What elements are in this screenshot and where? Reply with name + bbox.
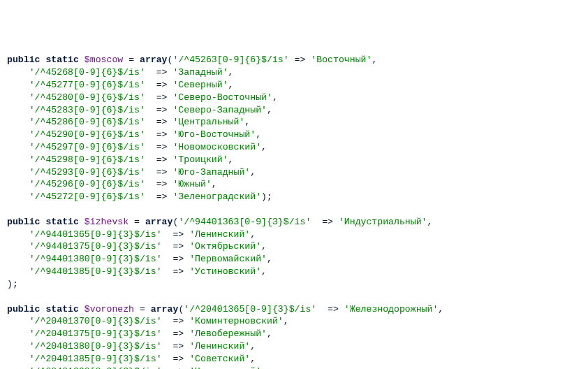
arrow-op: =>	[172, 241, 184, 252]
code-line: '/^20401380[0-9]{3}$/is' => 'Ленинский',	[7, 341, 256, 352]
array-key: '/^20401385[0-9]{3}$/is'	[29, 354, 162, 364]
array-key: '/^20401390[0-9]{3}$/is'	[29, 366, 162, 369]
code-line: '/^20401385[0-9]{3}$/is' => 'Советский',	[7, 354, 256, 364]
keyword-public: public	[7, 55, 40, 65]
equals: =	[134, 304, 151, 314]
array-value: 'Северный'	[172, 80, 228, 90]
arrow-op: =>	[156, 167, 168, 178]
array-key: '/^94401385[0-9]{3}$/is'	[29, 266, 162, 277]
keyword-public: public	[7, 217, 40, 227]
close-paren-semi: );	[261, 191, 272, 202]
array-value: 'Советский'	[189, 354, 250, 364]
array-call: array	[140, 55, 168, 65]
array-key: '/^45296[0-9]{6}$/is'	[29, 179, 145, 189]
array-key: '/^45280[0-9]{6}$/is'	[29, 92, 145, 103]
array-key: '/^45268[0-9]{6}$/is'	[29, 67, 145, 78]
array-key: '/^45283[0-9]{6}$/is'	[29, 105, 145, 115]
keyword-static: static	[45, 55, 78, 65]
comma: ,	[267, 254, 272, 264]
arrow-op: =>	[156, 67, 168, 78]
array-value: 'Юго-Западный'	[172, 167, 250, 178]
code-line: '/^45296[0-9]{6}$/is' => 'Южный',	[7, 179, 217, 189]
arrow-op: =>	[328, 304, 339, 314]
code-line: '/^45293[0-9]{6}$/is' => 'Юго-Западный',	[7, 167, 256, 178]
arrow-op: =>	[172, 254, 184, 264]
arrow-op: =>	[156, 154, 168, 165]
keyword-static: static	[45, 217, 78, 227]
arrow-op: =>	[156, 80, 168, 90]
comma: ,	[228, 154, 234, 165]
array-key: '/^94401380[0-9]{3}$/is'	[29, 254, 162, 264]
array-key: '/^45293[0-9]{6}$/is'	[29, 167, 145, 178]
comma: ,	[267, 105, 272, 115]
code-line: '/^45286[0-9]{6}$/is' => 'Центральный',	[7, 117, 250, 127]
arrow-op: =>	[156, 92, 168, 103]
array-call: array	[145, 217, 173, 227]
array-value: 'Западный'	[172, 67, 228, 78]
code-line: '/^94401385[0-9]{3}$/is' => 'Устиновский…	[7, 266, 267, 277]
array-value: 'Первомайский'	[189, 254, 267, 264]
equals: =	[128, 217, 145, 227]
comma: ,	[261, 142, 267, 152]
array-key: '/^94401363[0-9]{3}$/is'	[178, 217, 311, 227]
comma: ,	[250, 341, 256, 352]
arrow-op: =>	[156, 105, 168, 115]
var-izhevsk: $izhevsk	[84, 217, 128, 227]
array-value: 'Новомосковский'	[172, 142, 261, 152]
array-value: 'Октябрьский'	[189, 241, 261, 252]
comma: ,	[261, 241, 267, 252]
array-value: 'Юго-Восточный'	[172, 129, 256, 140]
arrow-op: =>	[172, 316, 184, 326]
code-line: '/^45283[0-9]{6}$/is' => 'Северо-Западны…	[7, 105, 272, 115]
array-key: '/^45290[0-9]{6}$/is'	[29, 129, 145, 140]
comma: ,	[267, 328, 272, 339]
array-value: 'Центральный'	[172, 117, 244, 127]
array-key: '/^20401375[0-9]{3}$/is'	[29, 328, 162, 339]
array-value: 'Центральный'	[189, 366, 261, 369]
array-key: '/^20401380[0-9]{3}$/is'	[29, 341, 162, 352]
code-line: public static $moscow = array('/^45263[0…	[7, 55, 377, 65]
arrow-op: =>	[156, 117, 168, 127]
comma: ,	[250, 167, 256, 178]
arrow-op: =>	[172, 229, 184, 240]
arrow-op: =>	[156, 179, 168, 189]
code-line: '/^20401390[0-9]{3}$/is' => 'Центральный…	[7, 366, 267, 369]
arrow-op: =>	[322, 217, 333, 227]
array-value: 'Троицкий'	[172, 154, 228, 165]
array-key: '/^20401365[0-9]{3}$/is'	[184, 304, 316, 314]
arrow-op: =>	[172, 354, 184, 364]
array-value: 'Ленинский'	[189, 229, 250, 240]
arrow-op: =>	[172, 366, 184, 369]
arrow-op: =>	[172, 341, 184, 352]
array-key: '/^94401365[0-9]{3}$/is'	[29, 229, 162, 240]
array-value: 'Коминтерновский'	[189, 316, 284, 326]
comma: ,	[228, 80, 234, 90]
comma: ,	[284, 316, 289, 326]
array-value: 'Железнодорожный'	[344, 304, 439, 314]
code-line: '/^45268[0-9]{6}$/is' => 'Западный',	[7, 67, 234, 78]
code-line: '/^45297[0-9]{6}$/is' => 'Новомосковский…	[7, 142, 267, 152]
comma: ,	[250, 229, 256, 240]
array-value: 'Северо-Западный'	[172, 105, 267, 115]
var-moscow: $moscow	[84, 55, 123, 65]
arrow-op: =>	[172, 266, 184, 277]
array-value: 'Ленинский'	[189, 341, 250, 352]
array-key: '/^45297[0-9]{6}$/is'	[29, 142, 145, 152]
array-key: '/^45298[0-9]{6}$/is'	[29, 154, 145, 165]
code-line: '/^94401375[0-9]{3}$/is' => 'Октябрьский…	[7, 241, 267, 252]
comma: ,	[272, 92, 278, 103]
keyword-public: public	[7, 304, 40, 314]
array-key: '/^45263[0-9]{6}$/is'	[172, 55, 288, 65]
arrow-op: =>	[156, 191, 168, 202]
array-key: '/^45272[0-9]{6}$/is'	[29, 191, 145, 202]
array-key: '/^45277[0-9]{6}$/is'	[29, 80, 145, 90]
equals: =	[123, 55, 140, 65]
array-value: 'Устиновский'	[189, 266, 261, 277]
code-line: '/^45277[0-9]{6}$/is' => 'Северный',	[7, 80, 234, 90]
arrow-op: =>	[295, 55, 306, 65]
comma: ,	[228, 67, 234, 78]
array-key: '/^20401370[0-9]{3}$/is'	[29, 316, 162, 326]
code-line: '/^45290[0-9]{6}$/is' => 'Юго-Восточный'…	[7, 129, 261, 140]
code-line: '/^20401370[0-9]{3}$/is' => 'Коминтернов…	[7, 316, 289, 326]
comma: ,	[212, 179, 217, 189]
